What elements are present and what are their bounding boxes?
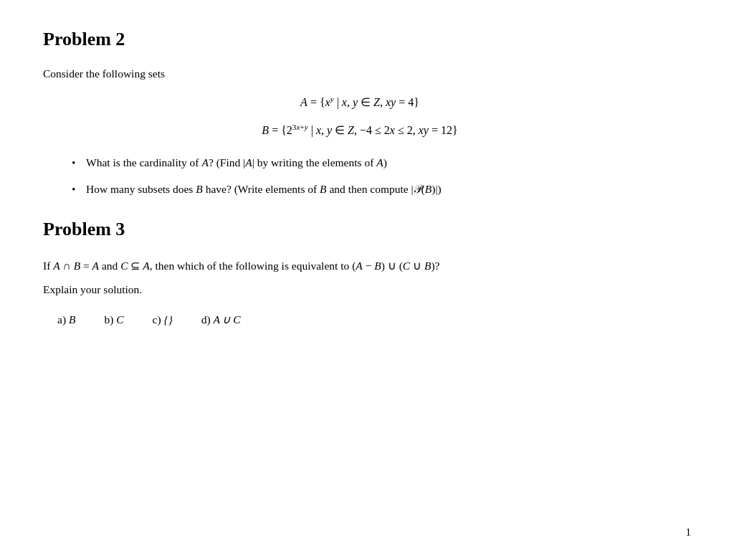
- answer-choices: a) B b) C c) {} d) A ∪ C: [57, 313, 677, 326]
- choice-b: b) C: [104, 313, 123, 326]
- problem-3-title: Problem 3: [43, 219, 677, 240]
- set-a-definition: A = {xy | x, y ∈ Z, xy = 4}: [43, 95, 677, 109]
- choice-c: c) {}: [153, 313, 173, 326]
- choice-a: a) B: [57, 313, 75, 326]
- problem-2-bullets: What is the cardinality of A? (Find |A| …: [72, 154, 677, 198]
- bullet-item-subsets: How many subsets does B have? (Write ele…: [72, 181, 677, 197]
- problem-3-question: If A ∩ B = A and C ⊆ A, then which of th…: [43, 257, 677, 275]
- set-b-definition: B = {23x+y | x, y ∈ Z, −4 ≤ 2x ≤ 2, xy =…: [43, 122, 677, 136]
- page-number: 1: [686, 526, 692, 538]
- intro-text: Consider the following sets: [43, 67, 677, 80]
- problem-2-title: Problem 2: [43, 29, 677, 50]
- problem-3-section: Problem 3 If A ∩ B = A and C ⊆ A, then w…: [43, 219, 677, 326]
- problem-3-explain: Explain your solution.: [43, 281, 677, 299]
- problem-2-section: Problem 2 Consider the following sets A …: [43, 29, 677, 197]
- bullet-item-cardinality: What is the cardinality of A? (Find |A| …: [72, 154, 677, 171]
- choice-d: d) A ∪ C: [201, 313, 241, 326]
